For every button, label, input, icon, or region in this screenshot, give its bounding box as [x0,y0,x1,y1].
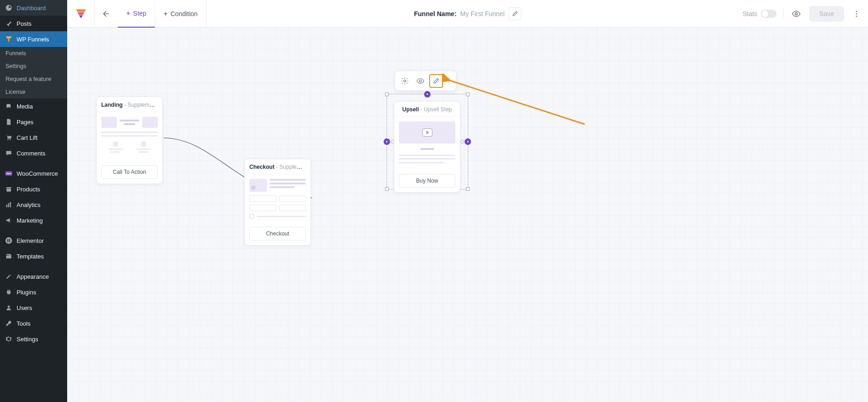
sidebar-sub-request[interactable]: Request a feature [0,73,67,86]
sidebar-label: Posts [17,20,32,27]
wp-admin-sidebar: Dashboard Posts WP Funnels Funnels Setti… [0,0,67,402]
sidebar-item-woocommerce[interactable]: woo WooCommerce [0,166,67,181]
products-icon [5,185,13,193]
media-icon [5,102,13,110]
node-header: Landing - Supplement La... [97,97,162,112]
save-button[interactable]: Save [809,6,844,22]
woo-icon: woo [5,169,13,178]
play-icon [422,128,432,137]
divider [783,8,783,19]
appearance-icon [5,272,13,281]
funnel-name-value: My First Funnel [460,10,505,17]
annotation-arrow [442,74,589,129]
sidebar-label: Pages [17,119,34,126]
node-preview [245,174,310,223]
tab-step[interactable]: + Step [118,0,155,28]
sidebar-label: Comments [17,150,46,157]
node-subtitle: - Supplement C... [275,164,310,170]
back-button[interactable] [95,0,118,28]
svg-rect-8 [8,203,9,207]
svg-rect-13 [9,240,10,241]
svg-point-15 [8,305,10,308]
page-icon [5,118,13,126]
sidebar-item-plugins[interactable]: Plugins [0,284,67,300]
node-more-button[interactable] [445,77,453,85]
svg-point-20 [404,80,406,82]
sidebar-sub-funnels[interactable]: Funnels [0,47,67,60]
sidebar-item-posts[interactable]: Posts [0,16,67,31]
svg-point-0 [7,105,8,106]
sidebar-label: WooCommerce [17,170,58,177]
svg-point-24 [448,83,449,84]
svg-rect-5 [6,187,11,188]
node-cta-button[interactable]: Buy Now [399,174,455,188]
stats-toggle-group: Stats [742,10,776,18]
node-preview-button[interactable] [414,74,427,88]
sidebar-item-dashboard[interactable]: Dashboard [0,0,67,16]
sidebar-item-users[interactable]: Users [0,300,67,316]
node-type: Checkout [249,164,275,170]
sidebar-item-pages[interactable]: Pages [0,114,67,130]
sidebar-item-marketing[interactable]: Marketing [0,212,67,228]
node-landing[interactable]: Landing - Supplement La... Call To Actio… [96,97,163,184]
settings-icon [5,335,13,343]
node-checkout[interactable]: Checkout - Supplement C... Checkout [244,159,311,246]
sidebar-item-comments[interactable]: Comments [0,145,67,161]
sidebar-label: Cart Lift [17,134,38,141]
node-upsell[interactable]: Upsell - Upsell Step Buy Now [394,101,460,193]
sidebar-sub-license[interactable]: License [0,86,67,98]
sidebar-item-cart-lift[interactable]: Cart Lift [0,130,67,145]
sidebar-item-tools[interactable]: Tools [0,316,67,331]
sidebar-label: Appearance [17,273,49,280]
plus-icon: + [163,10,167,18]
sidebar-item-wp-funnels[interactable]: WP Funnels [0,31,67,47]
svg-rect-9 [10,202,11,207]
funnel-icon [5,35,13,43]
sidebar-sub-settings[interactable]: Settings [0,60,67,73]
app-logo [67,0,95,28]
tools-icon [5,319,13,327]
sidebar-item-analytics[interactable]: Analytics [0,197,67,212]
funnel-name-display: Funnel Name: My First Funnel [414,7,521,20]
sidebar-item-templates[interactable]: Templates [0,248,67,264]
svg-text:woo: woo [6,172,11,175]
node-edit-button[interactable] [429,74,443,88]
node-settings-button[interactable] [398,74,412,88]
stats-label: Stats [742,10,757,17]
stats-toggle[interactable] [761,10,776,18]
svg-point-18 [856,13,857,14]
sidebar-label: Products [17,186,40,193]
sidebar-item-appearance[interactable]: Appearance [0,269,67,284]
tab-condition[interactable]: + Condition [155,0,207,28]
tab-label: Condition [171,10,198,17]
svg-point-16 [795,12,798,15]
edit-funnel-name-button[interactable] [508,7,521,20]
node-subtitle: - Upsell Step [419,106,452,113]
svg-point-17 [856,11,857,12]
funnel-canvas[interactable]: Landing - Supplement La... Call To Actio… [67,28,868,402]
node-toolbar [395,71,456,91]
node-cta-button[interactable]: Checkout [249,227,306,241]
svg-point-19 [856,15,857,17]
node-cta-button[interactable]: Call To Action [101,165,158,179]
node-header: Checkout - Supplement C... [245,159,310,174]
preview-button[interactable] [790,7,803,20]
svg-line-25 [448,80,585,124]
svg-point-22 [448,78,449,79]
sidebar-item-media[interactable]: Media [0,98,67,114]
svg-point-1 [7,139,8,140]
templates-icon [5,252,13,260]
analytics-icon [5,201,13,209]
svg-rect-6 [6,189,11,191]
svg-point-23 [448,80,449,81]
svg-rect-7 [6,205,7,207]
sidebar-item-settings[interactable]: Settings [0,331,67,347]
node-type: Landing [101,102,123,108]
node-subtitle: - Supplement La... [123,102,162,108]
sidebar-item-elementor[interactable]: Elementor [0,233,67,248]
pin-icon [5,19,13,28]
plus-icon: + [126,9,130,17]
more-menu-button[interactable] [851,8,862,20]
sidebar-item-products[interactable]: Products [0,181,67,197]
dashboard-icon [5,4,13,12]
